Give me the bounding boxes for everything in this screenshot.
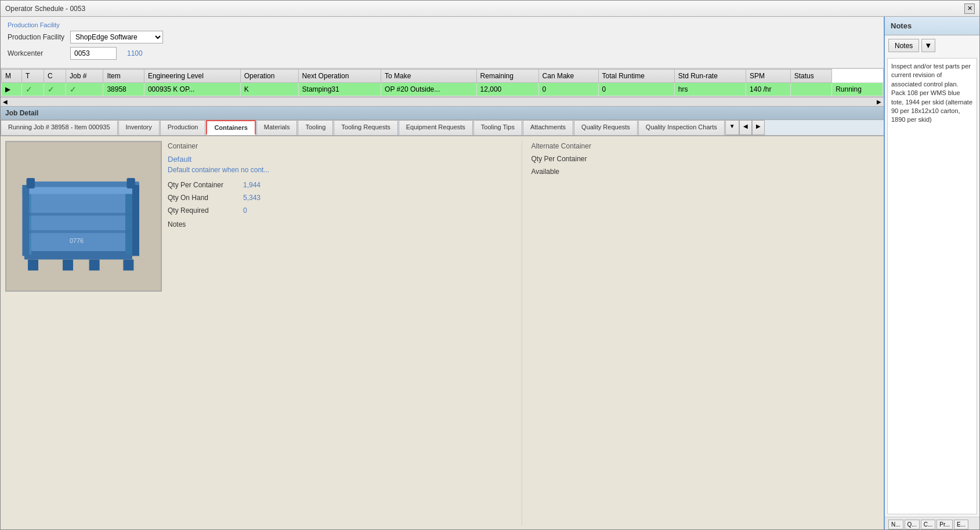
qty-per-container-row: Qty Per Container 1,944	[168, 181, 516, 189]
col-item: Item	[103, 70, 144, 83]
job-table: M T C Job # Item Engineering Level Opera…	[1, 69, 883, 96]
qty-required-row: Qty Required 0	[168, 206, 516, 215]
scroll-right[interactable]: ▶	[877, 99, 881, 105]
check-c: ✓	[48, 85, 55, 94]
form-area: Production Facility Production Facility …	[1, 17, 884, 68]
svg-rect-5	[22, 187, 139, 194]
tab-quality-inspection[interactable]: Quality Inspection Charts	[638, 120, 725, 135]
svg-rect-10	[27, 178, 35, 188]
notes-panel: Notes Notes ▼ Inspect and/or test parts …	[884, 17, 979, 529]
notes-button[interactable]: Notes	[888, 39, 919, 52]
tab-tooling[interactable]: Tooling	[298, 120, 333, 135]
svg-rect-14	[89, 259, 100, 270]
container-section-title: Container	[168, 141, 516, 151]
tab-attachments[interactable]: Attachments	[523, 120, 573, 135]
alt-container-section-title: Alternate Container	[531, 141, 880, 151]
qty-per-container-value: 1,944	[243, 181, 261, 189]
check-3: ✓	[70, 85, 77, 94]
notes-tab-c[interactable]: C...	[921, 520, 936, 529]
tab-tooling-tips[interactable]: Tooling Tips	[473, 120, 522, 135]
container-notes-section: Notes	[168, 220, 516, 228]
cell-job: 38958	[103, 83, 144, 96]
notes-tab-row: N... Q... C... Pr... E...	[885, 517, 979, 529]
svg-rect-12	[28, 259, 38, 270]
col-next-op: Next Operation	[298, 70, 381, 83]
tab-materials[interactable]: Materials	[256, 120, 298, 135]
cell-eng: K	[240, 83, 298, 96]
qty-on-hand-label: Qty On Hand	[168, 194, 237, 202]
svg-rect-4	[125, 192, 132, 255]
notes-tab-pr[interactable]: Pr...	[936, 520, 953, 529]
qty-required-value: 0	[243, 206, 247, 215]
grid-header-row: M T C Job # Item Engineering Level Opera…	[2, 70, 883, 83]
tab-nav-left[interactable]: ◀	[739, 120, 752, 135]
tab-quality-requests[interactable]: Quality Requests	[574, 120, 638, 135]
col-can-make: Can Make	[538, 70, 598, 83]
left-panel: Production Facility Production Facility …	[1, 17, 884, 529]
cell-can-make: 0	[598, 83, 674, 96]
qty-required-label: Qty Required	[168, 206, 237, 215]
main-window: Operator Schedule - 0053 ✕ Production Fa…	[0, 0, 980, 530]
col-to-make: To Make	[381, 70, 476, 83]
facility-row: Production Facility ShopEdge Software	[8, 31, 877, 43]
cell-total-runtime: hrs	[674, 83, 746, 96]
alt-available-row: Available	[531, 168, 880, 176]
container-detail-area: 0776 Container Default Default container…	[1, 136, 884, 529]
facility-field-label: Production Facility	[8, 33, 66, 41]
table-row[interactable]: ▶ ✓ ✓ ✓ 38958 000935 K OP... K Stamping3…	[2, 83, 883, 96]
container-info: Container Default Default container when…	[168, 141, 879, 525]
title-bar: Operator Schedule - 0053 ✕	[1, 1, 979, 17]
col-total-runtime: Total Runtime	[598, 70, 674, 83]
window-title: Operator Schedule - 0053	[5, 5, 85, 13]
tab-production[interactable]: Production	[160, 120, 206, 135]
svg-rect-1	[24, 192, 132, 255]
tab-nav-down[interactable]: ▼	[725, 120, 739, 135]
tab-running-job[interactable]: Running Job # 38958 - Item 000935	[1, 120, 118, 135]
cell-remaining: 0	[538, 83, 598, 96]
notes-tab-n[interactable]: N...	[888, 520, 903, 529]
cell-c: ✓	[44, 83, 66, 96]
notes-tab-q[interactable]: Q...	[905, 520, 920, 529]
main-content: Production Facility Production Facility …	[1, 17, 979, 529]
tab-tooling-requests[interactable]: Tooling Requests	[334, 120, 397, 135]
alt-qty-per-container-label: Qty Per Container	[531, 155, 601, 163]
col-status: Status	[790, 70, 832, 83]
workcenter-input[interactable]: 0053	[70, 47, 117, 60]
tab-equipment-requests[interactable]: Equipment Requests	[399, 120, 473, 135]
cell-item: 000935 K OP...	[144, 83, 240, 96]
alt-qty-per-container-row: Qty Per Container	[531, 155, 880, 163]
cell-spm	[790, 83, 832, 96]
scroll-left[interactable]: ◀	[3, 99, 8, 105]
check-t: ✓	[26, 85, 32, 94]
notes-dropdown-button[interactable]: ▼	[921, 39, 935, 52]
qty-per-container-label: Qty Per Container	[168, 181, 237, 189]
col-t: T	[21, 70, 44, 83]
close-button[interactable]: ✕	[964, 3, 975, 14]
horizontal-scrollbar[interactable]: ◀ ▶	[1, 97, 884, 106]
container-box: Container Default Default container when…	[168, 141, 516, 525]
tab-inventory[interactable]: Inventory	[118, 120, 160, 135]
col-std-run: Std Run-rate	[674, 70, 746, 83]
cell-std-run: 140 /hr	[746, 83, 791, 96]
tab-containers[interactable]: Containers	[206, 120, 255, 135]
col-c: C	[44, 70, 66, 83]
svg-rect-9	[24, 230, 132, 233]
notes-tab-e[interactable]: E...	[954, 520, 968, 529]
col-spm: SPM	[746, 70, 791, 83]
svg-rect-15	[123, 259, 133, 270]
col-job: Job #	[66, 70, 103, 83]
tab-nav-right[interactable]: ▶	[752, 120, 765, 135]
facility-select[interactable]: ShopEdge Software	[70, 31, 163, 43]
notes-panel-title: Notes	[885, 17, 979, 35]
container-image: 0776	[5, 141, 162, 292]
qty-on-hand-value: 5,343	[243, 194, 261, 202]
job-grid: M T C Job # Item Engineering Level Opera…	[1, 68, 884, 97]
notes-buttons-area: Notes ▼	[885, 35, 979, 56]
svg-rect-11	[126, 178, 135, 188]
col-op: Operation	[240, 70, 298, 83]
container-description: Default container when no cont...	[168, 166, 516, 174]
col-remaining: Remaining	[476, 70, 538, 83]
cell-arrow: ▶	[2, 83, 22, 96]
alt-available-label: Available	[531, 168, 601, 176]
workcenter-label: Workcenter	[8, 49, 66, 57]
